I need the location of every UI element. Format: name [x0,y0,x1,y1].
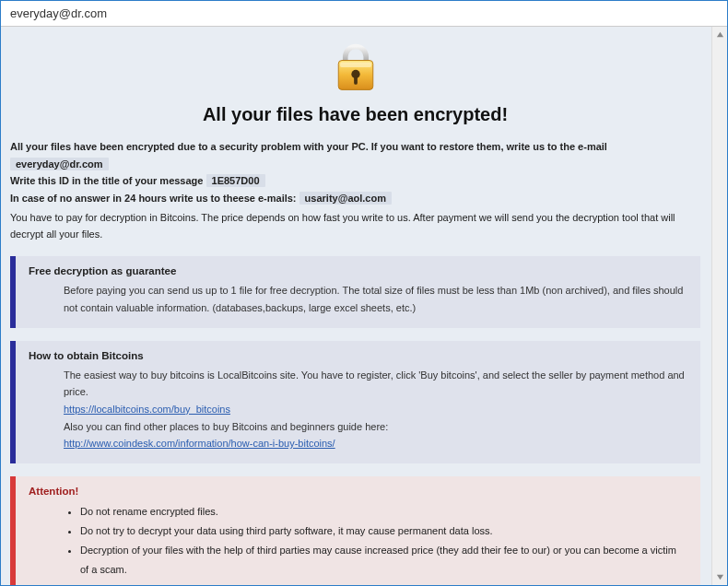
panel-obtain-body: The easiest way to buy bitcoins is Local… [29,367,687,452]
scroll-up-arrow[interactable] [712,27,727,42]
coindesk-link[interactable]: http://www.coindesk.com/information/how-… [64,438,335,449]
primary-email: everyday@dr.com [10,158,109,170]
panel-obtain-title: How to obtain Bitcoins [29,350,687,361]
panel-obtain-bitcoins: How to obtain Bitcoins The easiest way t… [10,341,700,463]
intro-line1: All your files have been encrypted due t… [10,138,700,172]
obtain-text2: Also you can find other places to buy Bi… [64,418,687,436]
content-area: All your files have been encrypted! All … [1,27,711,585]
panel-attention: Attention! Do not rename encrypted files… [10,476,700,585]
attention-list: Do not rename encrypted files. Do not tr… [29,502,687,580]
svg-rect-3 [354,76,358,84]
intro-line2-text: Write this ID in the title of your messa… [10,175,206,186]
ransom-window: everyday@dr.com [0,0,728,586]
message-id: 1E857D00 [206,174,265,187]
svg-rect-1 [340,62,371,67]
attention-item: Do not try to decrypt your data using th… [80,522,687,541]
vertical-scrollbar[interactable] [711,27,727,585]
panel-free-body: Before paying you can send us up to 1 fi… [29,282,687,316]
intro-line2: Write this ID in the title of your messa… [10,172,700,190]
secondary-email: usarity@aol.com [299,192,392,205]
payment-note: You have to pay for decryption in Bitcoi… [10,209,700,243]
panel-free-decryption: Free decryption as guarantee Before payi… [10,256,700,327]
localbitcoins-link[interactable]: https://localbitcoins.com/buy_bitcoins [64,404,230,415]
window-title: everyday@dr.com [10,6,107,20]
panel-attention-title: Attention! [29,486,687,497]
obtain-text1: The easiest way to buy bitcoins is Local… [64,367,687,401]
attention-item: Do not rename encrypted files. [80,502,687,522]
intro-line3: In case of no answer in 24 hours write u… [10,190,700,207]
lock-wrap [10,36,700,97]
scroll-track[interactable] [712,42,727,569]
titlebar[interactable]: everyday@dr.com [1,1,727,27]
intro-block: All your files have been encrypted due t… [10,138,700,243]
scroll-down-arrow[interactable] [712,569,727,585]
intro-line3-text: In case of no answer in 24 hours write u… [10,193,299,204]
intro-line1-text: All your files have been encrypted due t… [10,141,607,152]
lock-icon [328,40,383,95]
panel-free-title: Free decryption as guarantee [29,265,687,276]
attention-item: Decryption of your files with the help o… [80,541,687,580]
main-heading: All your files have been encrypted! [10,104,700,125]
content-wrapper: All your files have been encrypted! All … [1,27,727,585]
